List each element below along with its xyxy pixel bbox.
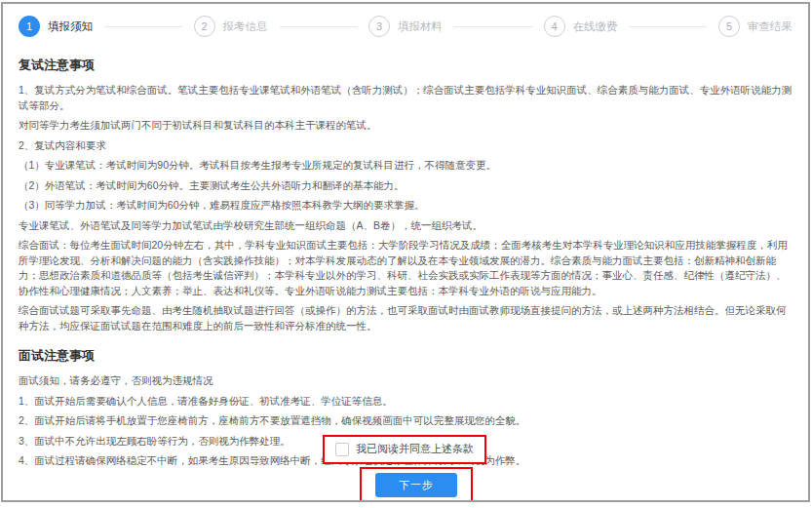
step-number-badge: 1 bbox=[19, 16, 40, 37]
step-number-badge: 4 bbox=[544, 16, 565, 37]
step-application-info: 2 报考信息 bbox=[194, 16, 369, 37]
step-upload-materials: 3 填报材料 bbox=[368, 16, 544, 37]
notice-content: 复试注意事项 1、复试方式分为笔试和综合面试。笔试主要包括专业课笔试和外语笔试（… bbox=[3, 37, 808, 469]
step-connector bbox=[280, 26, 358, 27]
section-heading-interview-notice: 面试注意事项 bbox=[19, 347, 793, 365]
step-connector bbox=[454, 26, 532, 27]
agree-checkbox[interactable] bbox=[335, 443, 349, 456]
step-connector bbox=[630, 26, 708, 27]
section-heading-retest-notice: 复试注意事项 bbox=[19, 57, 793, 74]
step-number-badge: 2 bbox=[194, 16, 215, 37]
step-number-badge: 5 bbox=[718, 16, 740, 37]
notice-paragraph: 对同等学力考生须加试两门不同于初试科目和复试科目的本科主干课程的笔试。 bbox=[19, 118, 793, 134]
notice-paragraph: 面试须知，请务必遵守，否则视为违规情况 bbox=[19, 373, 793, 389]
notice-paragraph: （3）同等学力加试：考试时间为60分钟，难易程度应严格按照本科教学大纲的要求掌握… bbox=[19, 198, 793, 214]
step-online-payment: 4 在线缴费 bbox=[544, 16, 719, 37]
notice-paragraph: （1）专业课笔试：考试时间为90分钟。考试科目按考生报考专业所规定的复试科目进行… bbox=[19, 158, 793, 174]
next-annotation-box: 下一步 bbox=[360, 467, 473, 502]
step-fill-notice: 1 填报须知 bbox=[19, 16, 194, 37]
agreement-annotation-box: 我已阅读并同意上述条款 bbox=[323, 435, 486, 464]
step-label: 填报须知 bbox=[48, 20, 93, 34]
step-indicator: 1 填报须知 2 报考信息 3 填报材料 4 在线缴费 5 审查结果 bbox=[3, 4, 808, 37]
step-connector bbox=[104, 26, 182, 27]
notice-paragraph: （2）外语笔试：考试时间为60分钟。主要测试考生公共外语听力和翻译的基本能力。 bbox=[19, 178, 793, 194]
agree-checkbox-label[interactable]: 我已阅读并同意上述条款 bbox=[356, 442, 474, 456]
wizard-page: 1 填报须知 2 报考信息 3 填报材料 4 在线缴费 5 审查结果 复试注意事… bbox=[1, 2, 810, 502]
notice-paragraph: 2、复试内容和要求 bbox=[19, 138, 793, 154]
next-step-button[interactable]: 下一步 bbox=[375, 473, 457, 497]
step-label: 在线缴费 bbox=[573, 20, 618, 34]
notice-paragraph: 1、复试方式分为笔试和综合面试。笔试主要包括专业课笔试和外语笔试（含听力测试）；… bbox=[19, 83, 793, 113]
notice-paragraph: 综合面试试题可采取事先命题、由考生随机抽取试题进行回答（或操作）的方法，也可采取… bbox=[19, 303, 793, 333]
notice-paragraph: 专业课笔试、外语笔试及同等学力加试笔试由学校研究生部统一组织命题（A、B卷），统… bbox=[19, 218, 793, 234]
notice-paragraph: 1、面试开始后需要确认个人信息，请准备好身份证、初试准考证、学位证等信息。 bbox=[19, 394, 793, 410]
step-label: 填报材料 bbox=[398, 20, 443, 34]
notice-paragraph: 综合面试：每位考生面试时间20分钟左右，其中，学科专业知识面试主要包括：大学阶段… bbox=[19, 238, 793, 298]
step-label: 审查结果 bbox=[748, 20, 793, 34]
notice-paragraph: 2、面试开始后请将手机放置于您座椅前方，座椅前方不要放置遮挡物，确保视频画面中可… bbox=[19, 413, 793, 429]
step-label: 报考信息 bbox=[223, 20, 268, 34]
step-number-badge: 3 bbox=[368, 16, 390, 37]
step-review-result: 5 审查结果 bbox=[718, 16, 793, 37]
